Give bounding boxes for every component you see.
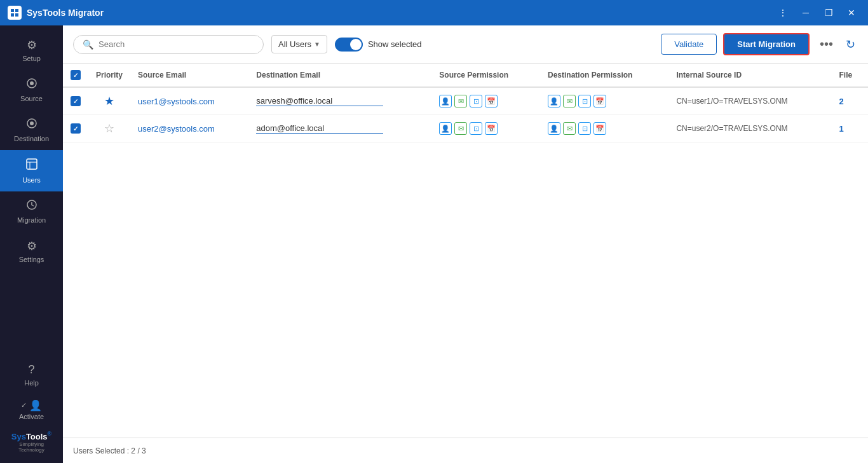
activate-status-dot: ✓: [21, 401, 27, 410]
src-perm-user-icon: 👤: [439, 95, 452, 107]
src-perm-mail-icon: ✉: [454, 95, 467, 107]
dest-perm-icons: 👤 ✉ ⊡ 📅: [548, 95, 661, 107]
col-header-priority: Priority: [88, 64, 130, 87]
main-content: 🔍 All Users ▼ Show selected Validate Sta…: [63, 25, 868, 463]
more-options-btn[interactable]: ⋮: [774, 4, 792, 22]
row-1-file-count: 1: [832, 115, 868, 142]
row-1-dest-email[interactable]: [248, 115, 431, 142]
statusbar: Users Selected : 2 / 3: [63, 438, 868, 463]
svg-rect-8: [27, 159, 37, 169]
col-header-source-email: Source Email: [130, 64, 248, 87]
table-body: ★user1@systools.com 👤 ✉ ⊡ 📅 👤 ✉ ⊡ 📅 CN=u…: [63, 87, 868, 142]
svg-point-5: [30, 81, 34, 85]
sidebar-label-destination: Destination: [14, 135, 49, 142]
row-0-dest-email-input[interactable]: [256, 96, 383, 106]
sidebar-label-setup: Setup: [22, 55, 41, 62]
sidebar: ⚙ Setup Source Destination: [0, 25, 63, 463]
src-perm-icons: 👤 ✉ ⊡ 📅: [439, 122, 532, 135]
sidebar-item-setup[interactable]: ⚙ Setup: [0, 31, 63, 70]
svg-rect-2: [11, 13, 14, 17]
sidebar-label-help: Help: [24, 379, 39, 387]
sidebar-label-migration: Migration: [17, 216, 46, 224]
dest-perm-icons: 👤 ✉ ⊡ 📅: [548, 122, 661, 135]
sidebar-item-users[interactable]: Users: [0, 150, 63, 191]
sidebar-label-settings: Settings: [19, 256, 44, 263]
row-0-dest-email[interactable]: [248, 87, 431, 115]
app-body: ⚙ Setup Source Destination: [0, 25, 868, 463]
sidebar-bottom: ? Help ✓ 👤 Activate SysTools® Simplifyin…: [0, 356, 63, 463]
users-filter-dropdown[interactable]: All Users ▼: [271, 35, 327, 53]
sidebar-item-migration[interactable]: Migration: [0, 191, 63, 232]
svg-rect-1: [15, 9, 18, 12]
dest-perm-user-icon: 👤: [548, 95, 560, 107]
svg-point-7: [30, 121, 34, 125]
show-selected-toggle[interactable]: [335, 38, 363, 52]
maximize-btn[interactable]: ❐: [820, 4, 837, 22]
dest-perm-cal-icon: 📅: [593, 122, 606, 135]
users-table-wrapper: Priority Source Email Destination Email …: [63, 64, 868, 438]
src-perm-icons: 👤 ✉ ⊡ 📅: [439, 95, 532, 107]
dest-perm-mail-icon: ✉: [563, 95, 576, 107]
sidebar-item-help[interactable]: ? Help: [0, 356, 63, 394]
select-all-header[interactable]: [63, 64, 88, 87]
row-0-source-email: user1@systools.com: [130, 87, 248, 115]
select-all-checkbox[interactable]: [71, 70, 81, 80]
dest-perm-box-icon: ⊡: [578, 122, 591, 135]
source-icon: [26, 78, 37, 92]
row-1-checkbox[interactable]: [71, 123, 81, 134]
search-input[interactable]: [98, 39, 251, 49]
help-icon: ?: [28, 363, 34, 377]
sidebar-item-activate[interactable]: ✓ 👤 Activate: [0, 394, 63, 425]
minimize-btn[interactable]: ─: [797, 4, 815, 22]
titlebar: SysTools Migrator ⋮ ─ ❐ ✕: [0, 0, 868, 25]
dest-perm-mail-icon: ✉: [563, 122, 576, 135]
toolbar: 🔍 All Users ▼ Show selected Validate Sta…: [63, 25, 868, 64]
systools-logo: SysTools® Simplifying Technology: [0, 425, 63, 458]
close-btn[interactable]: ✕: [843, 4, 860, 22]
dest-perm-cal-icon: 📅: [593, 95, 606, 107]
src-perm-box-icon: ⊡: [470, 95, 482, 107]
users-icon: [25, 158, 38, 174]
activate-user-icon: 👤: [29, 399, 42, 411]
search-box[interactable]: 🔍: [73, 35, 264, 54]
row-checkbox-cell[interactable]: [63, 115, 88, 142]
row-0-file-count: 2: [832, 87, 868, 115]
svg-rect-0: [11, 9, 14, 12]
sidebar-item-destination[interactable]: Destination: [0, 110, 63, 150]
row-1-priority[interactable]: ☆: [88, 115, 130, 142]
validate-button[interactable]: Validate: [661, 34, 717, 55]
sidebar-label-activate: Activate: [19, 413, 44, 420]
row-0-priority[interactable]: ★: [88, 87, 130, 115]
window-controls: ⋮ ─ ❐ ✕: [774, 4, 860, 22]
row-1-dest-email-input[interactable]: [256, 123, 383, 134]
row-0-dest-perm: 👤 ✉ ⊡ 📅: [540, 87, 668, 115]
sidebar-item-settings[interactable]: ⚙ Settings: [0, 232, 63, 271]
start-migration-button[interactable]: Start Migration: [723, 33, 810, 55]
row-1-internal-id: CN=user2/O=TRAVELSYS.ONM: [668, 115, 831, 142]
row-0-src-perm: 👤 ✉ ⊡ 📅: [431, 87, 540, 115]
row-1-source-email: user2@systools.com: [130, 115, 248, 142]
src-perm-cal-icon: 📅: [485, 122, 498, 135]
row-1-src-perm: 👤 ✉ ⊡ 📅: [431, 115, 540, 142]
col-header-file: File: [832, 64, 868, 87]
src-perm-user-icon: 👤: [439, 122, 452, 135]
col-header-source-perm: Source Permission: [431, 64, 540, 87]
star-filled-icon: ★: [104, 95, 114, 107]
show-selected-toggle-wrapper: Show selected: [335, 38, 422, 52]
refresh-btn[interactable]: ↻: [843, 35, 858, 54]
row-checkbox-cell[interactable]: [63, 87, 88, 115]
toggle-knob: [350, 39, 362, 50]
src-perm-mail-icon: ✉: [454, 122, 467, 135]
sidebar-label-users: Users: [22, 176, 41, 184]
col-header-dest-perm: Destination Permission: [540, 64, 668, 87]
setup-icon: ⚙: [27, 38, 37, 52]
chevron-down-icon: ▼: [314, 41, 320, 48]
sidebar-item-source[interactable]: Source: [0, 70, 63, 110]
activate-row: ✓ 👤: [21, 399, 42, 411]
settings-icon: ⚙: [27, 239, 37, 253]
src-perm-box-icon: ⊡: [470, 122, 482, 135]
dropdown-value: All Users: [278, 39, 311, 49]
dest-perm-box-icon: ⊡: [578, 95, 591, 107]
row-0-checkbox[interactable]: [71, 96, 81, 106]
more-actions-btn[interactable]: •••: [816, 34, 837, 54]
